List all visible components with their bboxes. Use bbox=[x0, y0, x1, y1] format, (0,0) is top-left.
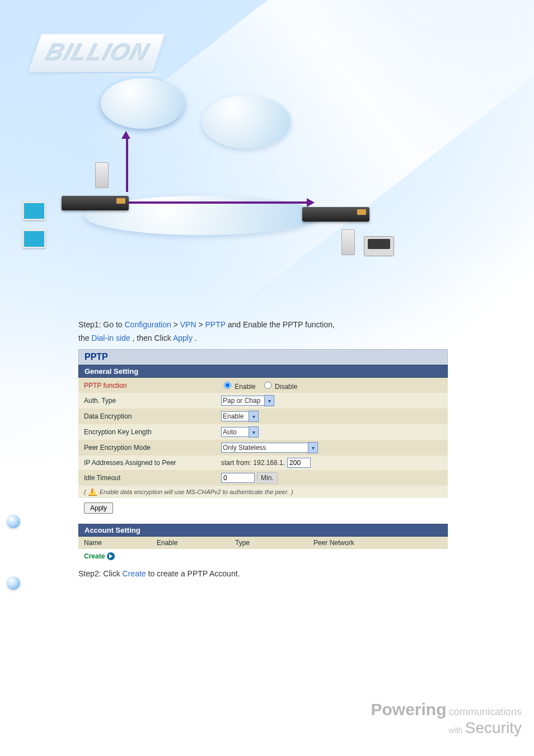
col-enable: Enable bbox=[151, 537, 229, 549]
router-left-icon bbox=[62, 196, 129, 210]
select-key-length[interactable]: Auto▾ bbox=[221, 426, 259, 438]
encryption-note: (Enable data encryption will use MS-CHAP… bbox=[78, 486, 448, 498]
step1-text: Step1: Go to Configuration > VPN > PPTP … bbox=[78, 318, 448, 345]
select-data-encryption[interactable]: Enable▾ bbox=[221, 411, 259, 422]
chevron-down-icon: ▾ bbox=[249, 411, 259, 422]
chevron-down-icon: ▾ bbox=[264, 395, 274, 406]
create-link[interactable]: Create bbox=[84, 552, 115, 560]
router-right-icon bbox=[302, 207, 369, 222]
label-auth-type: Auth. Type bbox=[78, 393, 216, 408]
chevron-down-icon: ▾ bbox=[249, 426, 259, 438]
create-arrow-icon bbox=[107, 552, 115, 560]
network-diagram bbox=[22, 73, 403, 269]
brand-text: BILLION bbox=[42, 38, 152, 64]
radio-disable[interactable]: Disable bbox=[261, 383, 297, 391]
section-general-setting: General Setting bbox=[78, 365, 448, 378]
label-idle-timeout: Idle Timeout bbox=[78, 470, 216, 486]
radio-enable[interactable]: Enable bbox=[221, 383, 256, 391]
select-auth-type[interactable]: Pap or Chap▾ bbox=[221, 395, 274, 406]
pc-right-icon bbox=[341, 229, 355, 255]
input-idle-timeout[interactable] bbox=[221, 473, 255, 483]
general-setting-table: PPTP function Enable Disable Auth. Type … bbox=[78, 378, 448, 486]
label-pptp-function: PPTP function bbox=[84, 382, 127, 389]
account-table: Name Enable Type Peer Network bbox=[78, 537, 448, 549]
section-account-setting: Account Setting bbox=[78, 524, 448, 537]
col-name: Name bbox=[78, 537, 151, 549]
laptop-icon bbox=[364, 236, 394, 256]
warning-icon bbox=[88, 488, 97, 496]
label-data-encryption: Data Encryption bbox=[78, 408, 216, 424]
footer-slogan: Powering communications with Security bbox=[371, 700, 522, 737]
input-ip-start[interactable] bbox=[287, 458, 311, 468]
col-type: Type bbox=[229, 537, 308, 549]
panel-title-pptp: PPTP bbox=[78, 349, 448, 365]
label-ip-assigned: IP Addresses Assigned to Peer bbox=[78, 456, 216, 470]
label-key-length: Encryption Key Length bbox=[78, 424, 216, 440]
apply-button[interactable]: Apply bbox=[84, 503, 113, 514]
pc-tower-icon bbox=[95, 162, 109, 188]
step2-text: Step2: Click Create to create a PPTP Acc… bbox=[78, 567, 448, 580]
col-peer-network: Peer Network bbox=[308, 537, 448, 549]
select-peer-mode[interactable]: Only Stateless▾ bbox=[221, 442, 318, 453]
label-peer-mode: Peer Encryption Mode bbox=[78, 440, 216, 456]
chevron-down-icon: ▾ bbox=[308, 442, 318, 453]
brand-logo: BILLION bbox=[35, 34, 159, 76]
